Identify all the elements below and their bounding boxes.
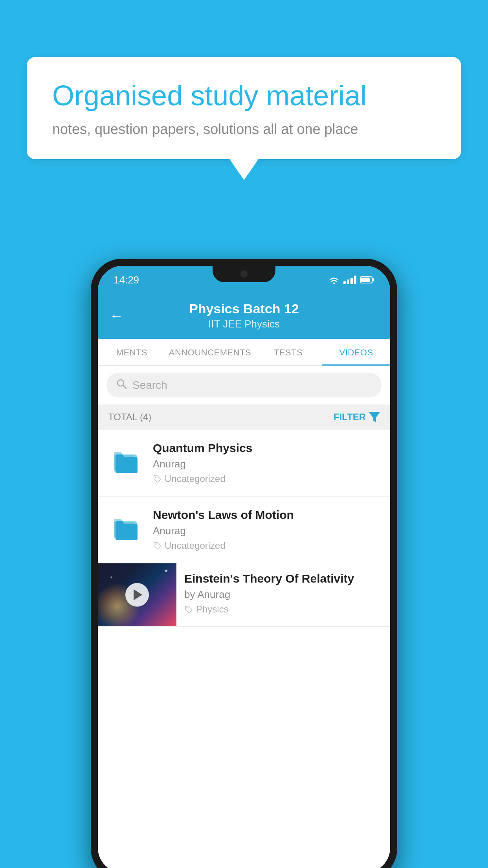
search-bar[interactable]: Search bbox=[106, 373, 382, 397]
svg-line-5 bbox=[123, 385, 126, 388]
folder-icon bbox=[112, 447, 139, 474]
signal-bars bbox=[343, 276, 356, 284]
search-icon bbox=[116, 378, 127, 392]
status-bar: 14:29 bbox=[98, 266, 390, 294]
back-button[interactable]: ← bbox=[110, 307, 124, 324]
item-title: Quantum Physics bbox=[153, 441, 380, 455]
tab-videos[interactable]: VIDEOS bbox=[322, 339, 390, 365]
list-item[interactable]: Newton's Laws of Motion Anurag Uncategor… bbox=[98, 497, 390, 563]
tag-label: Uncategorized bbox=[165, 540, 226, 551]
status-time: 14:29 bbox=[114, 274, 139, 286]
speech-bubble-section: Organised study material notes, question… bbox=[27, 57, 461, 180]
speech-bubble-arrow bbox=[229, 158, 259, 180]
tag-icon bbox=[153, 474, 161, 483]
item-info: Quantum Physics Anurag Uncategorized bbox=[153, 441, 380, 484]
filter-bar: TOTAL (4) FILTER bbox=[98, 405, 390, 430]
phone-frame: 14:29 bbox=[91, 259, 397, 868]
svg-marker-6 bbox=[369, 412, 380, 422]
item-title: Newton's Laws of Motion bbox=[153, 508, 380, 522]
play-button[interactable] bbox=[125, 583, 149, 607]
item-info: Newton's Laws of Motion Anurag Uncategor… bbox=[153, 508, 380, 551]
header-title: Physics Batch 12 bbox=[132, 301, 356, 316]
header-title-area: Physics Batch 12 IIT JEE Physics bbox=[132, 301, 356, 330]
svg-rect-2 bbox=[372, 278, 374, 281]
camera-dot bbox=[240, 270, 248, 278]
video-thumbnail: ✦ ✦ bbox=[98, 563, 176, 626]
video-tag: Physics bbox=[184, 604, 382, 615]
svg-point-13 bbox=[187, 607, 188, 609]
svg-point-9 bbox=[155, 477, 156, 478]
item-author: Anurag bbox=[153, 525, 380, 537]
folder-icon bbox=[112, 514, 139, 541]
play-triangle-icon bbox=[134, 589, 142, 600]
tab-announcements[interactable]: ANNOUNCEMENTS bbox=[166, 339, 254, 365]
folder-icon-wrap bbox=[108, 443, 143, 478]
speech-bubble-subtitle: notes, question papers, solutions all at… bbox=[52, 121, 436, 138]
video-info: Einstein's Theory Of Relativity by Anura… bbox=[176, 563, 390, 623]
total-count: TOTAL (4) bbox=[108, 412, 151, 423]
search-placeholder: Search bbox=[132, 379, 167, 392]
speech-bubble-card: Organised study material notes, question… bbox=[27, 57, 461, 159]
tag-icon bbox=[153, 541, 161, 550]
tag-icon bbox=[184, 605, 193, 614]
svg-point-0 bbox=[333, 283, 335, 285]
tab-tests[interactable]: TESTS bbox=[254, 339, 322, 365]
filter-icon bbox=[369, 412, 380, 422]
status-icons bbox=[328, 276, 374, 284]
tabs-bar: MENTS ANNOUNCEMENTS TESTS VIDEOS bbox=[98, 339, 390, 366]
search-container: Search bbox=[98, 366, 390, 405]
video-list-item[interactable]: ✦ ✦ Einstein's Theory Of Relativity by A… bbox=[98, 563, 390, 627]
battery-icon bbox=[360, 276, 374, 284]
tag-label: Physics bbox=[196, 604, 229, 615]
item-tag: Uncategorized bbox=[153, 540, 380, 551]
tag-label: Uncategorized bbox=[165, 473, 226, 484]
svg-rect-3 bbox=[361, 278, 370, 282]
item-author: Anurag bbox=[153, 458, 380, 470]
notch bbox=[213, 266, 275, 282]
content-list: Quantum Physics Anurag Uncategorized bbox=[98, 430, 390, 868]
item-tag: Uncategorized bbox=[153, 473, 380, 484]
list-item[interactable]: Quantum Physics Anurag Uncategorized bbox=[98, 430, 390, 497]
app-header: ← Physics Batch 12 IIT JEE Physics bbox=[98, 294, 390, 339]
video-author: by Anurag bbox=[184, 588, 382, 601]
filter-button[interactable]: FILTER bbox=[334, 412, 380, 423]
tab-ments[interactable]: MENTS bbox=[98, 339, 166, 365]
video-title: Einstein's Theory Of Relativity bbox=[184, 572, 382, 585]
svg-point-12 bbox=[155, 544, 156, 545]
filter-label: FILTER bbox=[334, 412, 366, 423]
wifi-icon bbox=[328, 276, 339, 284]
header-subtitle: IIT JEE Physics bbox=[132, 318, 356, 330]
speech-bubble-title: Organised study material bbox=[52, 79, 436, 112]
folder-icon-wrap bbox=[108, 510, 143, 545]
phone-screen: 14:29 bbox=[98, 266, 390, 868]
